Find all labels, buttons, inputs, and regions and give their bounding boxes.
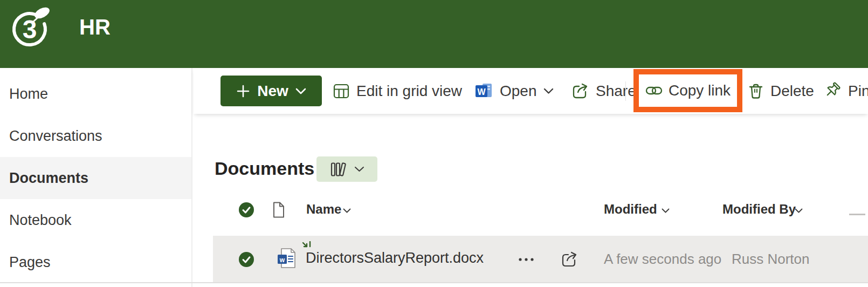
grid-icon xyxy=(333,83,350,100)
file-type-column-icon[interactable] xyxy=(272,202,285,218)
modified-cell: A few seconds ago xyxy=(604,251,721,268)
open-label: Open xyxy=(500,83,537,100)
svg-text:W: W xyxy=(477,87,486,97)
chevron-down-icon xyxy=(354,166,364,172)
trash-icon xyxy=(748,83,764,100)
table-row[interactable]: w DirectorsSalaryReport.docx A few secon… xyxy=(213,236,868,283)
chevron-down-icon[interactable] xyxy=(343,208,351,213)
chevron-down-icon[interactable] xyxy=(795,208,803,213)
new-button[interactable]: New xyxy=(221,76,322,106)
copy-link-label: Copy link xyxy=(669,82,731,99)
chevron-down-icon[interactable] xyxy=(662,208,670,213)
copy-link-highlight-box: Copy link xyxy=(633,69,742,112)
sidebar-item-documents[interactable]: Documents xyxy=(0,157,191,199)
sidebar-item-pages[interactable]: Pages xyxy=(0,241,191,283)
chevron-down-icon xyxy=(295,88,306,94)
copy-link-button[interactable]: Copy link xyxy=(645,82,731,99)
site-logo[interactable]: 3 xyxy=(8,4,53,50)
select-all-checkbox[interactable] xyxy=(239,202,254,217)
row-share-icon[interactable] xyxy=(560,250,578,269)
library-heading: Documents xyxy=(215,158,314,179)
pin-label: Pin xyxy=(848,83,868,100)
open-button[interactable]: W Open xyxy=(474,68,554,114)
site-header: 3 HR xyxy=(0,0,868,68)
row-selected-checkbox[interactable] xyxy=(239,252,254,267)
view-selector-button[interactable] xyxy=(316,156,377,182)
bottom-divider xyxy=(0,282,868,283)
add-column-partial[interactable] xyxy=(849,214,865,215)
sharepoint-document-library: 3 HR Home Conversations Documents Notebo… xyxy=(0,0,868,287)
column-header-modified-by[interactable]: Modified By xyxy=(722,202,796,217)
share-icon xyxy=(571,82,589,100)
modified-by-cell: Russ Norton xyxy=(732,251,810,268)
new-button-label: New xyxy=(257,83,288,100)
library-books-icon xyxy=(330,162,347,177)
share-label: Share xyxy=(596,83,636,100)
column-header-modified[interactable]: Modified xyxy=(604,202,657,217)
svg-text:w: w xyxy=(279,256,285,264)
chevron-down-icon xyxy=(543,88,554,94)
edit-grid-view-button[interactable]: Edit in grid view xyxy=(333,68,462,114)
left-navigation: Home Conversations Documents Notebook Pa… xyxy=(0,68,192,287)
plus-icon xyxy=(236,84,250,98)
sidebar-item-notebook[interactable]: Notebook xyxy=(0,199,191,241)
sidebar-item-conversations[interactable]: Conversations xyxy=(0,115,191,157)
column-header-name[interactable]: Name xyxy=(306,202,341,217)
word-app-icon: W xyxy=(474,82,493,100)
command-bar: New Edit in grid view W Open xyxy=(194,68,868,114)
pin-button[interactable]: Pin xyxy=(823,68,868,114)
file-name-link[interactable]: DirectorsSalaryReport.docx xyxy=(306,250,484,266)
site-title[interactable]: HR xyxy=(79,15,111,39)
edit-grid-view-label: Edit in grid view xyxy=(356,83,462,100)
command-bar-divider xyxy=(625,81,626,101)
logo-circle-leaf-icon: 3 xyxy=(8,4,53,50)
link-icon xyxy=(645,85,663,97)
library-content: Documents Name xyxy=(194,114,868,287)
more-options-icon[interactable] xyxy=(518,257,534,262)
delete-button[interactable]: Delete xyxy=(748,68,814,114)
share-button[interactable]: Share xyxy=(571,68,636,114)
delete-label: Delete xyxy=(770,83,814,100)
pin-icon xyxy=(823,82,842,100)
word-document-icon: w xyxy=(277,248,297,269)
sidebar-item-home[interactable]: Home xyxy=(0,73,191,115)
